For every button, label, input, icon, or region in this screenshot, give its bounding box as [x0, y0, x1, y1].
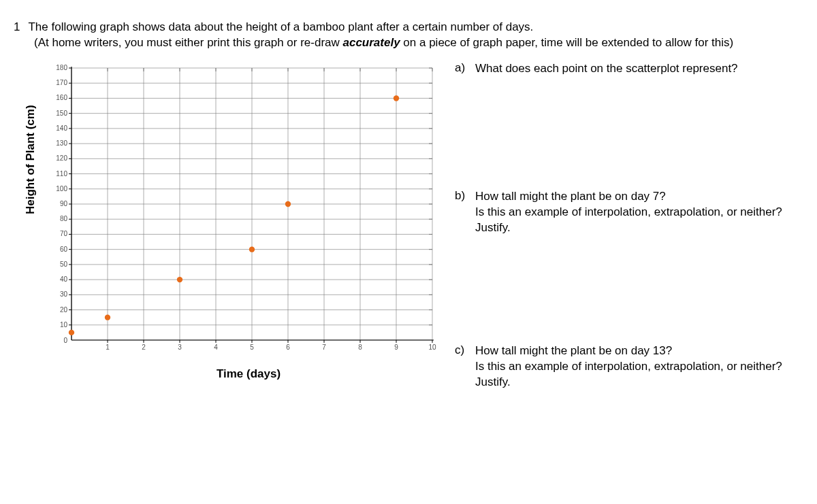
sub-questions: a) What does each point on the scatterpl… [449, 61, 803, 390]
x-axis-label: Time (days) [14, 367, 449, 381]
svg-text:40: 40 [60, 275, 68, 283]
y-axis-label: Height of Plant (cm) [24, 201, 37, 214]
svg-text:9: 9 [394, 343, 398, 351]
svg-text:120: 120 [56, 154, 67, 162]
svg-text:160: 160 [56, 94, 67, 101]
chart-area: Height of Plant (cm) 0102030405060708090… [14, 61, 449, 390]
svg-text:180: 180 [56, 64, 67, 71]
content-row: Height of Plant (cm) 0102030405060708090… [14, 61, 803, 390]
sub-q-letter-a: a) [455, 61, 467, 77]
svg-point-117 [69, 330, 74, 335]
sub-q-letter-c: c) [455, 343, 467, 390]
question-header: 1 The following graph shows data about t… [14, 20, 803, 34]
svg-text:90: 90 [60, 200, 68, 207]
svg-text:30: 30 [60, 290, 68, 298]
sub-q-body-b: How tall might the plant be on day 7? Is… [475, 189, 803, 236]
svg-text:0: 0 [63, 337, 67, 344]
question-note: (At home writers, you must either print … [34, 35, 803, 51]
svg-text:60: 60 [60, 246, 68, 253]
question-text: The following graph shows data about the… [28, 20, 803, 34]
scatter-chart: 0102030405060708090100110120130140150160… [37, 61, 439, 354]
question-number: 1 [14, 20, 20, 34]
svg-text:10: 10 [60, 321, 68, 329]
svg-text:70: 70 [60, 230, 68, 237]
svg-text:4: 4 [214, 343, 218, 351]
note-part1: (At home writers, you must either print … [34, 36, 343, 49]
svg-text:7: 7 [322, 343, 326, 351]
svg-text:6: 6 [286, 343, 290, 351]
svg-text:80: 80 [60, 215, 68, 222]
sub-question-b: b) How tall might the plant be on day 7?… [455, 189, 803, 236]
note-part2: on a piece of graph paper, time will be … [400, 36, 734, 49]
svg-text:130: 130 [56, 139, 67, 147]
svg-text:1: 1 [106, 343, 110, 351]
svg-point-121 [285, 201, 291, 207]
svg-text:10: 10 [428, 343, 436, 351]
sub-question-a: a) What does each point on the scatterpl… [455, 61, 803, 77]
sub-q-body-c: How tall might the plant be on day 13? I… [475, 343, 803, 390]
sub-q-body-a: What does each point on the scatterplot … [475, 61, 803, 77]
svg-text:5: 5 [250, 343, 254, 351]
svg-text:100: 100 [56, 185, 67, 192]
svg-text:140: 140 [56, 124, 67, 132]
svg-text:3: 3 [178, 343, 182, 351]
svg-point-120 [249, 246, 255, 252]
note-em: accurately [343, 36, 400, 49]
svg-text:8: 8 [358, 343, 362, 351]
svg-point-119 [177, 277, 182, 282]
sub-q-letter-b: b) [455, 189, 467, 236]
svg-point-122 [394, 95, 399, 101]
svg-text:20: 20 [60, 305, 68, 313]
svg-point-118 [105, 314, 110, 320]
svg-text:2: 2 [142, 343, 146, 351]
svg-text:50: 50 [60, 261, 68, 268]
svg-text:170: 170 [56, 79, 67, 86]
svg-text:150: 150 [56, 110, 67, 117]
sub-question-c: c) How tall might the plant be on day 13… [455, 343, 803, 390]
svg-text:110: 110 [56, 169, 67, 177]
